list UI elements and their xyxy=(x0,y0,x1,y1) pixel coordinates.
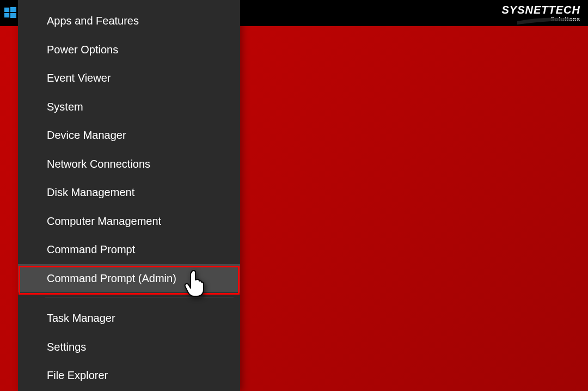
brand-logo: SYSNETTECH Solutions xyxy=(502,4,580,22)
menu-item-label: Disk Management xyxy=(47,186,134,198)
menu-item-power-options[interactable]: Power Options xyxy=(18,35,240,64)
menu-item-event-viewer[interactable]: Event Viewer xyxy=(18,64,240,93)
menu-item-task-manager[interactable]: Task Manager xyxy=(18,304,240,333)
svg-rect-3 xyxy=(10,13,16,18)
menu-item-apps-and-features[interactable]: Apps and Features xyxy=(18,7,240,35)
power-user-menu: Apps and Features Power Options Event Vi… xyxy=(18,0,240,391)
menu-item-label: Event Viewer xyxy=(47,72,111,84)
brand-tagline: Solutions xyxy=(502,16,580,22)
menu-item-label: File Explorer xyxy=(47,369,108,381)
menu-item-disk-management[interactable]: Disk Management xyxy=(18,178,240,207)
menu-item-system[interactable]: System xyxy=(18,93,240,121)
menu-item-label: Apps and Features xyxy=(47,15,139,27)
menu-item-label: Power Options xyxy=(47,44,118,56)
menu-item-network-connections[interactable]: Network Connections xyxy=(18,150,240,179)
menu-item-label: Computer Management xyxy=(47,215,161,227)
svg-rect-0 xyxy=(4,8,9,12)
menu-item-label: Settings xyxy=(47,341,86,353)
menu-item-computer-management[interactable]: Computer Management xyxy=(18,207,240,236)
menu-item-label: Command Prompt (Admin) xyxy=(47,272,176,284)
menu-item-label: Device Manager xyxy=(47,129,126,141)
menu-item-device-manager[interactable]: Device Manager xyxy=(18,121,240,150)
svg-rect-1 xyxy=(10,7,16,12)
menu-item-label: Task Manager xyxy=(47,312,115,324)
menu-item-label: System xyxy=(47,101,83,113)
svg-rect-2 xyxy=(4,13,9,17)
menu-item-command-prompt[interactable]: Command Prompt xyxy=(18,235,240,264)
windows-start-icon[interactable] xyxy=(4,7,16,19)
menu-item-label: Network Connections xyxy=(47,158,150,170)
menu-item-label: Command Prompt xyxy=(47,243,135,255)
menu-item-settings[interactable]: Settings xyxy=(18,333,240,362)
brand-name: SYSNETTECH xyxy=(502,4,580,15)
menu-separator xyxy=(45,297,234,297)
menu-item-command-prompt-admin[interactable]: Command Prompt (Admin) xyxy=(18,264,240,293)
menu-item-file-explorer[interactable]: File Explorer xyxy=(18,361,240,390)
